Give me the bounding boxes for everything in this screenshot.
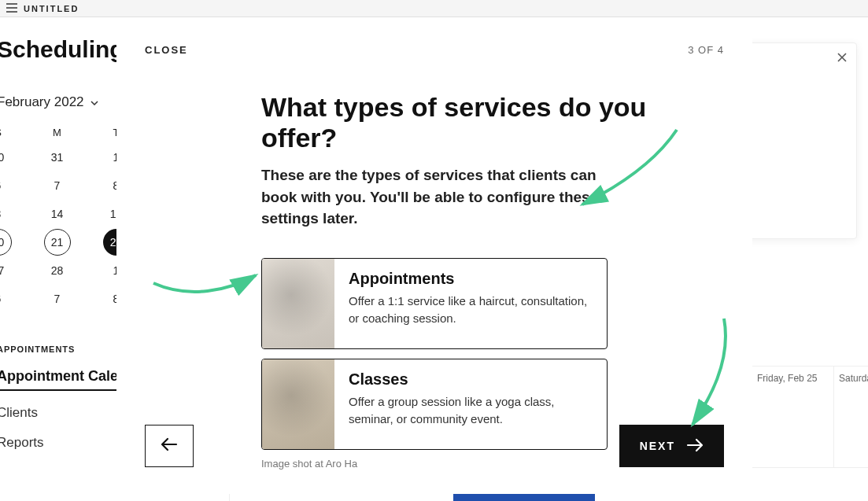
calendar-day[interactable]: 6 [0,285,28,313]
calendar-day[interactable]: 7 [28,285,87,313]
next-button[interactable]: NEXT [619,425,724,467]
calendar-day[interactable]: 14 [28,200,87,228]
arrow-left-icon [161,437,178,455]
close-button[interactable]: CLOSE [145,44,188,56]
month-label: February 2022 [0,94,84,110]
calendar-day[interactable]: 27 [0,256,28,285]
service-type-options: AppointmentsOffer a 1:1 service like a h… [261,258,608,450]
card-description: Offer a 1:1 service like a haircut, cons… [349,293,594,327]
card-thumbnail [262,259,334,348]
week-column-header: Saturda [833,366,868,468]
window-title: UNTITLED [24,4,79,13]
modal-subheading: These are the types of services that cli… [261,164,608,230]
chevron-down-icon [90,98,98,107]
calendar-day[interactable]: 31 [28,143,87,171]
calendar-weekday-header: S [0,121,28,143]
menu-icon[interactable] [6,2,17,15]
card-title: Classes [349,370,594,389]
calendar-day[interactable]: 20 [0,228,28,256]
close-icon[interactable] [837,51,847,65]
title-bar: UNTITLED [0,0,868,17]
next-button-label: NEXT [640,440,675,452]
calendar-day[interactable]: 6 [0,171,28,200]
arrow-right-icon [686,438,704,455]
service-type-card[interactable]: AppointmentsOffer a 1:1 service like a h… [261,258,608,349]
step-indicator: 3 OF 4 [688,44,724,56]
calendar-day[interactable]: 7 [28,171,87,200]
calendar-day[interactable]: 28 [28,256,87,285]
back-button[interactable] [145,425,194,467]
calendar-day[interactable]: 30 [0,143,28,171]
card-title: Appointments [349,270,594,288]
calendar-day[interactable]: 21 [28,228,87,256]
card-description: Offer a group session like a yoga class,… [349,393,594,428]
week-columns: Friday, Feb 25Saturda [752,366,868,468]
sidebar-nav-item[interactable]: Appointment Calen [0,368,127,391]
modal-heading: What types of services do you offer? [261,92,724,153]
calendar-day[interactable]: 3 [0,200,28,228]
calendar-weekday-header: M [28,121,87,143]
week-column-header: Friday, Feb 25 [752,366,833,468]
onboarding-modal: CLOSE 3 OF 4 What types of services do y… [116,17,752,494]
